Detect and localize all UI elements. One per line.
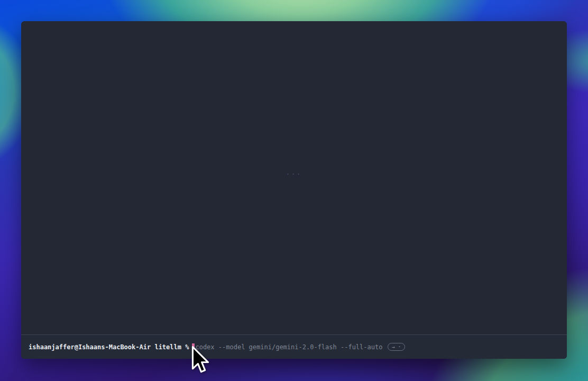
terminal-prompt-bar[interactable]: ishaanjaffer@Ishaans-MacBook-Air litellm… [21,335,567,359]
terminal-window[interactable]: ··· ishaanjaffer@Ishaans-MacBook-Air lit… [21,21,567,359]
terminal-output-area: ··· [21,21,567,334]
autosuggestion-text: codex --model gemini/gemini-2.0-flash --… [195,343,382,351]
desktop-wallpaper: ··· ishaanjaffer@Ishaans-MacBook-Air lit… [0,0,588,381]
shell-prompt: ishaanjaffer@Ishaans-MacBook-Air litellm… [29,343,189,351]
mouse-cursor-icon [191,346,209,375]
loading-dots: ··· [286,170,302,178]
accept-suggestion-key-hint: → · [388,343,405,351]
